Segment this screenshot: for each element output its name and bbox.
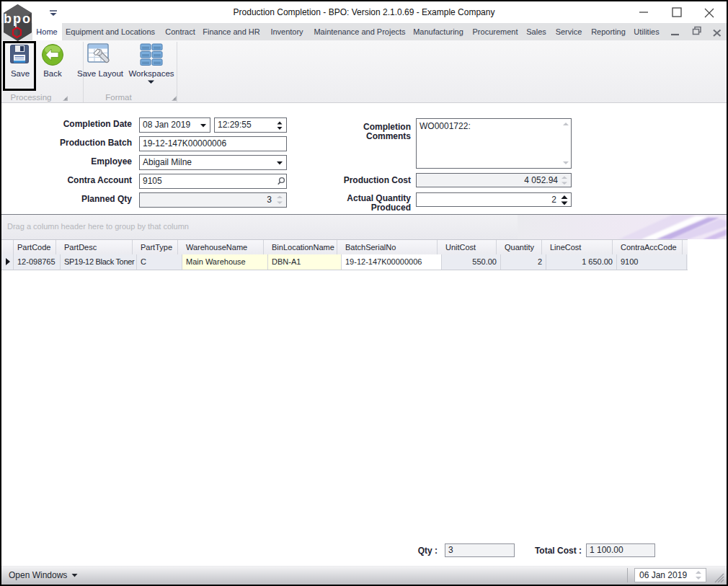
svg-text:bpo: bpo: [4, 12, 32, 26]
